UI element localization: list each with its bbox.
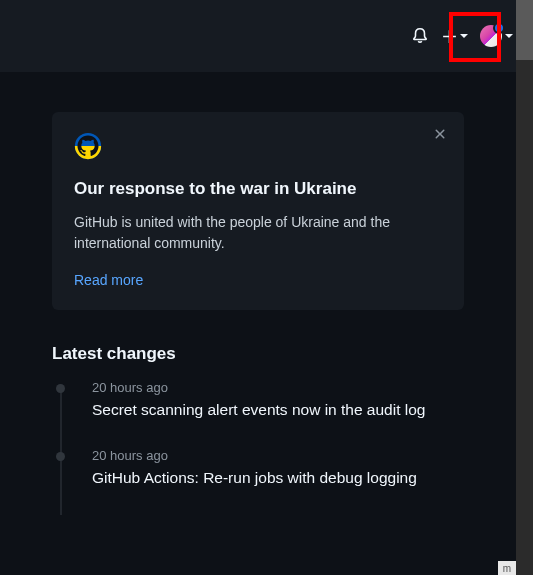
scrollbar[interactable]: ▲: [516, 0, 533, 575]
top-header: [0, 0, 533, 72]
chevron-down-icon: [505, 34, 513, 38]
corner-fragment: m: [498, 561, 516, 575]
notification-dot-icon: [493, 22, 505, 34]
close-icon[interactable]: [432, 126, 448, 146]
timeline-dot-icon: [56, 384, 65, 393]
chevron-down-icon: [460, 34, 468, 38]
timeline-item[interactable]: 20 hours ago GitHub Actions: Re-run jobs…: [56, 448, 500, 515]
banner-title: Our response to the war in Ukraine: [74, 178, 442, 200]
timeline-item[interactable]: 20 hours ago Secret scanning alert event…: [56, 380, 500, 447]
announcement-banner: Our response to the war in Ukraine GitHu…: [52, 112, 464, 310]
bell-icon[interactable]: [411, 27, 429, 45]
avatar: [480, 25, 502, 47]
latest-changes-heading: Latest changes: [52, 344, 500, 364]
timeline-time: 20 hours ago: [92, 380, 500, 395]
user-menu[interactable]: [480, 25, 513, 47]
plus-icon: [441, 28, 458, 45]
changes-timeline: 20 hours ago Secret scanning alert event…: [56, 380, 500, 515]
timeline-dot-icon: [56, 452, 65, 461]
create-new-menu[interactable]: [441, 28, 468, 45]
timeline-title: Secret scanning alert events now in the …: [92, 399, 452, 421]
main-content: Our response to the war in Ukraine GitHu…: [0, 72, 516, 575]
github-ukraine-icon: [74, 132, 442, 164]
scrollbar-thumb[interactable]: [516, 0, 533, 60]
timeline-time: 20 hours ago: [92, 448, 500, 463]
read-more-link[interactable]: Read more: [74, 272, 442, 288]
banner-body: GitHub is united with the people of Ukra…: [74, 212, 442, 254]
timeline-title: GitHub Actions: Re-run jobs with debug l…: [92, 467, 452, 489]
